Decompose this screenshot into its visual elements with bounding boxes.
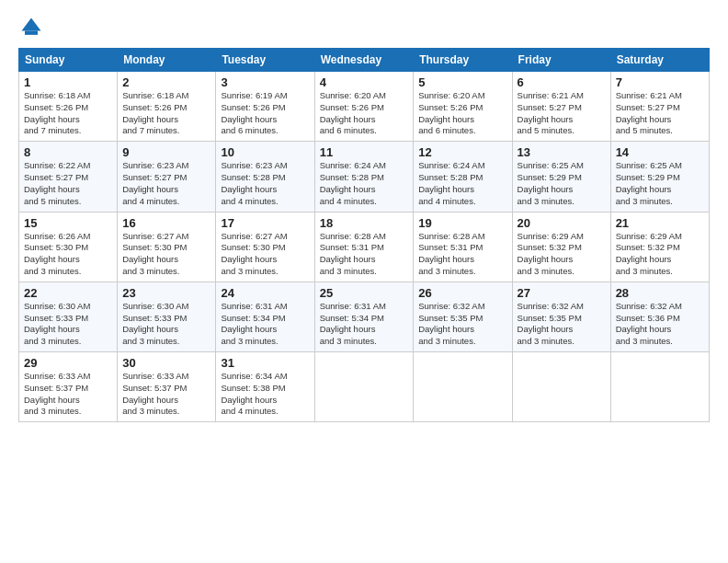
day-number: 10 (221, 145, 309, 159)
calendar-cell: 17Sunrise: 6:27 AMSunset: 5:30 PMDayligh… (216, 212, 314, 282)
day-number: 29 (24, 356, 112, 370)
calendar-cell: 1Sunrise: 6:18 AMSunset: 5:26 PMDaylight… (19, 72, 118, 142)
day-info: Sunrise: 6:20 AMSunset: 5:26 PMDaylight … (418, 90, 506, 137)
day-info: Sunrise: 6:18 AMSunset: 5:26 PMDaylight … (122, 90, 210, 137)
day-info: Sunrise: 6:32 AMSunset: 5:35 PMDaylight … (418, 301, 506, 348)
day-info: Sunrise: 6:34 AMSunset: 5:38 PMDaylight … (221, 371, 309, 418)
day-number: 21 (616, 216, 704, 230)
calendar-cell: 3Sunrise: 6:19 AMSunset: 5:26 PMDaylight… (216, 72, 314, 142)
day-info: Sunrise: 6:22 AMSunset: 5:27 PMDaylight … (24, 160, 112, 207)
calendar-cell: 31Sunrise: 6:34 AMSunset: 5:38 PMDayligh… (216, 352, 314, 422)
day-info: Sunrise: 6:21 AMSunset: 5:27 PMDaylight … (518, 90, 606, 137)
day-number: 7 (616, 75, 704, 89)
day-number: 2 (122, 75, 210, 89)
calendar-cell: 29Sunrise: 6:33 AMSunset: 5:37 PMDayligh… (19, 352, 118, 422)
weekday-header-tuesday: Tuesday (216, 49, 314, 72)
day-number: 24 (221, 286, 309, 300)
day-number: 13 (518, 145, 606, 159)
day-info: Sunrise: 6:28 AMSunset: 5:31 PMDaylight … (418, 231, 506, 278)
calendar-table: SundayMondayTuesdayWednesdayThursdayFrid… (18, 48, 710, 422)
calendar-cell: 30Sunrise: 6:33 AMSunset: 5:37 PMDayligh… (118, 352, 216, 422)
weekday-header-monday: Monday (118, 49, 216, 72)
day-number: 18 (320, 216, 409, 230)
day-info: Sunrise: 6:27 AMSunset: 5:30 PMDaylight … (221, 231, 309, 278)
day-info: Sunrise: 6:29 AMSunset: 5:32 PMDaylight … (616, 231, 704, 278)
day-number: 4 (320, 75, 409, 89)
day-info: Sunrise: 6:18 AMSunset: 5:26 PMDaylight … (24, 90, 112, 137)
calendar-week-4: 22Sunrise: 6:30 AMSunset: 5:33 PMDayligh… (19, 282, 710, 351)
header (18, 15, 710, 40)
calendar-cell: 5Sunrise: 6:20 AMSunset: 5:26 PMDaylight… (414, 72, 512, 142)
day-info: Sunrise: 6:31 AMSunset: 5:34 PMDaylight … (320, 301, 409, 348)
calendar-cell: 15Sunrise: 6:26 AMSunset: 5:30 PMDayligh… (19, 212, 118, 282)
calendar-cell (610, 352, 709, 422)
day-number: 5 (418, 75, 506, 89)
calendar-cell: 8Sunrise: 6:22 AMSunset: 5:27 PMDaylight… (19, 142, 118, 212)
day-info: Sunrise: 6:23 AMSunset: 5:28 PMDaylight … (221, 160, 309, 207)
day-info: Sunrise: 6:29 AMSunset: 5:32 PMDaylight … (518, 231, 606, 278)
calendar-cell: 28Sunrise: 6:32 AMSunset: 5:36 PMDayligh… (610, 282, 709, 351)
calendar-cell (512, 352, 610, 422)
calendar-cell: 7Sunrise: 6:21 AMSunset: 5:27 PMDaylight… (610, 72, 709, 142)
day-number: 27 (518, 286, 606, 300)
calendar-cell: 22Sunrise: 6:30 AMSunset: 5:33 PMDayligh… (19, 282, 118, 351)
weekday-header-saturday: Saturday (610, 49, 709, 72)
day-info: Sunrise: 6:24 AMSunset: 5:28 PMDaylight … (320, 160, 409, 207)
calendar-week-1: 1Sunrise: 6:18 AMSunset: 5:26 PMDaylight… (19, 72, 710, 142)
day-number: 6 (518, 75, 606, 89)
day-info: Sunrise: 6:25 AMSunset: 5:29 PMDaylight … (616, 160, 704, 207)
day-info: Sunrise: 6:21 AMSunset: 5:27 PMDaylight … (616, 90, 704, 137)
weekday-header-thursday: Thursday (414, 49, 512, 72)
day-number: 31 (221, 356, 309, 370)
day-number: 30 (122, 356, 210, 370)
day-info: Sunrise: 6:30 AMSunset: 5:33 PMDaylight … (122, 301, 210, 348)
calendar-cell: 18Sunrise: 6:28 AMSunset: 5:31 PMDayligh… (314, 212, 414, 282)
day-info: Sunrise: 6:25 AMSunset: 5:29 PMDaylight … (518, 160, 606, 207)
day-info: Sunrise: 6:23 AMSunset: 5:27 PMDaylight … (122, 160, 210, 207)
day-number: 15 (24, 216, 112, 230)
day-info: Sunrise: 6:28 AMSunset: 5:31 PMDaylight … (320, 231, 409, 278)
day-info: Sunrise: 6:24 AMSunset: 5:28 PMDaylight … (418, 160, 506, 207)
day-number: 16 (122, 216, 210, 230)
calendar-cell: 13Sunrise: 6:25 AMSunset: 5:29 PMDayligh… (512, 142, 610, 212)
day-number: 20 (518, 216, 606, 230)
calendar-cell: 2Sunrise: 6:18 AMSunset: 5:26 PMDaylight… (118, 72, 216, 142)
calendar-cell: 10Sunrise: 6:23 AMSunset: 5:28 PMDayligh… (216, 142, 314, 212)
calendar-cell: 6Sunrise: 6:21 AMSunset: 5:27 PMDaylight… (512, 72, 610, 142)
calendar-cell: 27Sunrise: 6:32 AMSunset: 5:35 PMDayligh… (512, 282, 610, 351)
calendar-cell: 16Sunrise: 6:27 AMSunset: 5:30 PMDayligh… (118, 212, 216, 282)
calendar-cell: 14Sunrise: 6:25 AMSunset: 5:29 PMDayligh… (610, 142, 709, 212)
page-container: SundayMondayTuesdayWednesdayThursdayFrid… (0, 0, 728, 431)
calendar-cell: 24Sunrise: 6:31 AMSunset: 5:34 PMDayligh… (216, 282, 314, 351)
weekday-header-row: SundayMondayTuesdayWednesdayThursdayFrid… (19, 49, 710, 72)
day-number: 14 (616, 145, 704, 159)
day-info: Sunrise: 6:20 AMSunset: 5:26 PMDaylight … (320, 90, 409, 137)
day-number: 22 (24, 286, 112, 300)
weekday-header-sunday: Sunday (19, 49, 118, 72)
day-number: 17 (221, 216, 309, 230)
calendar-cell: 25Sunrise: 6:31 AMSunset: 5:34 PMDayligh… (314, 282, 414, 351)
calendar-cell (314, 352, 414, 422)
calendar-cell (414, 352, 512, 422)
calendar-cell: 19Sunrise: 6:28 AMSunset: 5:31 PMDayligh… (414, 212, 512, 282)
day-number: 8 (24, 145, 112, 159)
day-info: Sunrise: 6:32 AMSunset: 5:36 PMDaylight … (616, 301, 704, 348)
day-info: Sunrise: 6:33 AMSunset: 5:37 PMDaylight … (122, 371, 210, 418)
day-number: 28 (616, 286, 704, 300)
day-number: 12 (418, 145, 506, 159)
day-info: Sunrise: 6:32 AMSunset: 5:35 PMDaylight … (518, 301, 606, 348)
calendar-cell: 21Sunrise: 6:29 AMSunset: 5:32 PMDayligh… (610, 212, 709, 282)
day-number: 9 (122, 145, 210, 159)
logo-icon (18, 15, 44, 40)
day-number: 25 (320, 286, 409, 300)
day-number: 19 (418, 216, 506, 230)
calendar-week-2: 8Sunrise: 6:22 AMSunset: 5:27 PMDaylight… (19, 142, 710, 212)
weekday-header-friday: Friday (512, 49, 610, 72)
calendar-cell: 23Sunrise: 6:30 AMSunset: 5:33 PMDayligh… (118, 282, 216, 351)
day-info: Sunrise: 6:30 AMSunset: 5:33 PMDaylight … (24, 301, 112, 348)
weekday-header-wednesday: Wednesday (314, 49, 414, 72)
day-info: Sunrise: 6:26 AMSunset: 5:30 PMDaylight … (24, 231, 112, 278)
day-info: Sunrise: 6:33 AMSunset: 5:37 PMDaylight … (24, 371, 112, 418)
day-info: Sunrise: 6:27 AMSunset: 5:30 PMDaylight … (122, 231, 210, 278)
day-info: Sunrise: 6:31 AMSunset: 5:34 PMDaylight … (221, 301, 309, 348)
